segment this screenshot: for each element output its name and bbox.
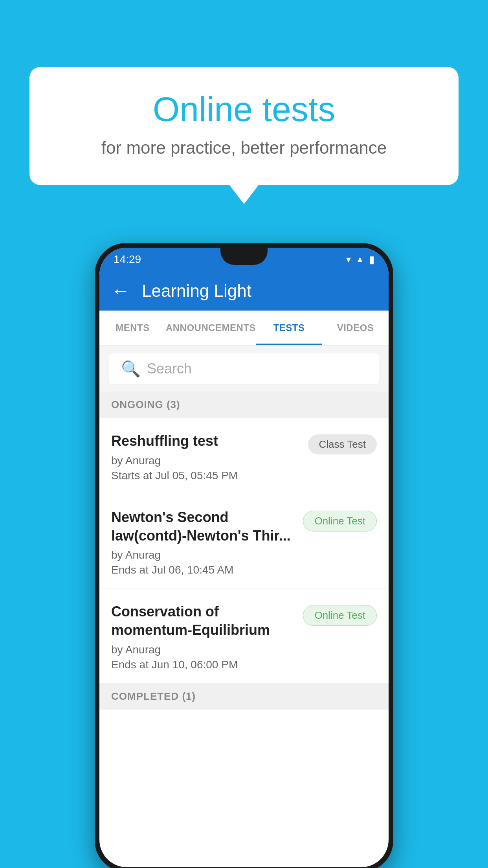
- promo-subtitle: for more practice, better performance: [57, 138, 431, 158]
- promo-title: Online tests: [57, 90, 431, 129]
- tab-ments[interactable]: MENTS: [99, 311, 166, 345]
- test-date-conservation: Ends at Jun 10, 06:00 PM: [111, 658, 295, 671]
- test-badge-newtons: Online Test: [303, 511, 377, 531]
- ongoing-label: ONGOING (3): [111, 399, 180, 410]
- battery-icon: ▮: [369, 254, 374, 266]
- search-icon: 🔍: [121, 360, 141, 378]
- status-bar: 14:29 ▾ ▲ ▮: [99, 248, 389, 271]
- search-bar-container: 🔍 Search: [99, 346, 389, 392]
- back-button[interactable]: ←: [111, 281, 130, 300]
- ongoing-section-header: ONGOING (3): [99, 392, 389, 418]
- app-title: Learning Light: [142, 281, 251, 301]
- notch: [220, 248, 268, 265]
- test-info-newtons: Newton's Second law(contd)-Newton's Thir…: [111, 508, 303, 577]
- phone-inner: 14:29 ▾ ▲ ▮ ← Learning Light MENTS ANNOU…: [99, 248, 389, 867]
- app-bar: ← Learning Light: [99, 271, 389, 311]
- status-time: 14:29: [114, 253, 141, 266]
- completed-label: COMPLETED (1): [111, 690, 196, 702]
- test-name-newtons: Newton's Second law(contd)-Newton's Thir…: [111, 508, 295, 545]
- test-date-newtons: Ends at Jul 06, 10:45 AM: [111, 564, 295, 576]
- test-by-conservation: by Anurag: [111, 644, 295, 656]
- test-badge-reshuffling: Class Test: [308, 434, 377, 454]
- test-item-newtons[interactable]: Newton's Second law(contd)-Newton's Thir…: [99, 494, 389, 589]
- wifi-icon: ▾: [346, 254, 351, 265]
- test-by-reshuffling: by Anurag: [111, 454, 300, 467]
- test-by-newtons: by Anurag: [111, 549, 295, 561]
- test-badge-conservation: Online Test: [303, 605, 377, 626]
- search-placeholder: Search: [147, 360, 192, 377]
- phone-frame: 14:29 ▾ ▲ ▮ ← Learning Light MENTS ANNOU…: [95, 243, 393, 868]
- promo-card: Online tests for more practice, better p…: [29, 67, 459, 185]
- test-date-reshuffling: Starts at Jul 05, 05:45 PM: [111, 469, 300, 482]
- test-list: Reshuffling test by Anurag Starts at Jul…: [99, 418, 389, 683]
- tab-tests[interactable]: TESTS: [256, 311, 322, 345]
- tabs-bar: MENTS ANNOUNCEMENTS TESTS VIDEOS: [99, 311, 389, 346]
- test-info-conservation: Conservation of momentum-Equilibrium by …: [111, 603, 303, 671]
- search-bar[interactable]: 🔍 Search: [109, 353, 379, 384]
- status-icons: ▾ ▲ ▮: [346, 254, 374, 266]
- test-item-conservation[interactable]: Conservation of momentum-Equilibrium by …: [99, 588, 389, 683]
- test-name-reshuffling: Reshuffling test: [111, 432, 300, 451]
- test-item-reshuffling[interactable]: Reshuffling test by Anurag Starts at Jul…: [99, 418, 389, 494]
- signal-icon: ▲: [356, 254, 364, 265]
- completed-section-header: COMPLETED (1): [99, 683, 389, 710]
- test-info-reshuffling: Reshuffling test by Anurag Starts at Jul…: [111, 432, 308, 482]
- tab-videos[interactable]: VIDEOS: [322, 311, 389, 345]
- test-name-conservation: Conservation of momentum-Equilibrium: [111, 603, 295, 640]
- tab-announcements[interactable]: ANNOUNCEMENTS: [166, 311, 256, 345]
